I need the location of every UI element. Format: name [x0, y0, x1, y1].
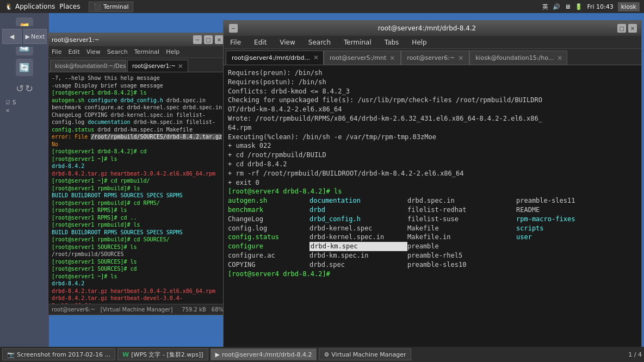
inner-line-23: /root/rpmbuild/SOURCES — [52, 251, 224, 258]
inner-line-1: -?, --help Show this help message — [52, 74, 224, 82]
inner-title: root@server1:~ — [52, 36, 100, 43]
inner-line-18: [root@server1 RPMS]# cd .. — [52, 214, 224, 222]
applications-menu[interactable]: Applications — [15, 3, 55, 10]
inner-line-8: config.status drbd drbd-km.spec.in Makef… — [52, 126, 224, 134]
mt-line-9: + cd drbd-8.4.2 — [228, 160, 637, 169]
main-menu-view[interactable]: View — [277, 38, 297, 47]
inner-line-28: drbd-8.4.2.tar.gz heartbeat-3.0.4-2.el6.… — [52, 288, 224, 295]
main-menu-file[interactable]: File — [228, 38, 243, 47]
mt-line-6: Executing(%clean): /bin/sh -e /var/tmp/r… — [228, 133, 637, 142]
taskbar-item-wps[interactable]: W [WPS 文字 - [集群2.wps]] — [117, 348, 208, 360]
inner-menu-file[interactable]: File — [52, 48, 61, 55]
places-menu[interactable]: Places — [59, 3, 80, 10]
terminal-shortcut[interactable]: ⬛ Terminal — [89, 2, 133, 12]
inner-line-17: [root@server1 RPMS]# ls — [52, 207, 224, 214]
inner-menubar: File Edit View Search Terminal Help — [48, 46, 227, 58]
taskbar: 📷 Screenshot from 2017-02-16 ... W [WPS … — [0, 347, 644, 362]
main-menu-terminal[interactable]: Terminal — [342, 38, 374, 47]
inner-tab-2[interactable]: root@server1:~ ✕ — [127, 60, 188, 72]
close-panel-icon[interactable]: ✕ — [5, 108, 10, 114]
volume-icon[interactable]: 🔊 — [553, 3, 560, 10]
battery-icon: 🔋 — [575, 3, 583, 10]
inner-status-percent: 68% — [212, 307, 224, 313]
panel-icon-3[interactable]: 🔄 — [16, 59, 33, 76]
inner-line-27: drbd-8.4.2 — [52, 280, 224, 288]
system-bar: 🐧 Applications Places ⬛ Terminal 英 🔊 🖥 🔋… — [0, 0, 644, 13]
main-terminal-window: ─ root@server4:/mnt/drbd-8.4.2 □ ✕ File … — [223, 20, 642, 357]
taskbar-item-screenshot[interactable]: 📷 Screenshot from 2017-02-16 ... — [2, 348, 115, 360]
inner-close-button[interactable]: ✕ — [215, 35, 224, 44]
main-tab-1[interactable]: root@server4:/mnt/drbd... ✕ — [226, 51, 324, 65]
main-terminal-title: root@server4:/mnt/drbd-8.4.2 — [238, 24, 616, 32]
main-menu-help[interactable]: Help — [410, 38, 429, 47]
inner-line-13: [root@server1 ~]# cd rpmbuild/ — [52, 177, 224, 185]
forward-arrow-icon: ▶ — [25, 33, 29, 40]
main-tab-1-close[interactable]: ✕ — [313, 54, 319, 61]
left-panel-bottom: ☑ S ✕ ata — [0, 96, 49, 362]
inner-menu-view[interactable]: View — [86, 48, 101, 55]
taskbar-item-vmm[interactable]: ⚙ Virtual Machine Manager — [319, 348, 411, 360]
main-tab-4-close[interactable]: ✕ — [557, 54, 562, 62]
inner-menu-terminal[interactable]: Terminal — [134, 48, 160, 55]
wps-icon: W — [122, 351, 129, 358]
main-close-button[interactable]: ✕ — [628, 24, 637, 33]
main-tab-4[interactable]: kiosk@foundation15:/ho... ✕ — [469, 51, 567, 65]
inner-status-vm: [Virtual Machine Manager] — [101, 307, 173, 313]
main-tabs-bar: root@server4:/mnt/drbd... ✕ root@server5… — [224, 49, 641, 65]
back-button[interactable]: ◀ — [2, 29, 22, 44]
main-tab-3-close[interactable]: ✕ — [458, 54, 463, 62]
vmm-icon: ⚙ — [324, 351, 329, 358]
mt-ls-row4: config.log drbd-kernel.spec Makefile scr… — [228, 224, 637, 233]
network-icon[interactable]: 🖥 — [565, 3, 571, 10]
taskbar-item-terminal[interactable]: ▶ root@server4:/mnt/drbd-8.4.2 — [210, 348, 317, 360]
mt-line-3: Conflicts: drbd-kmod <= 8.4.2_3 — [228, 87, 637, 96]
kiosk-label: kiosk — [618, 2, 640, 11]
inner-line-22: [root@server1 SOURCES]# ls — [52, 244, 224, 251]
mt-line-10: + rm -rf /root/rpmbuild/BUILDROOT/drbd-k… — [228, 169, 637, 178]
main-tab-3[interactable]: root@server6:~ ✕ — [401, 51, 469, 65]
terminal-taskbar-icon: ▶ — [215, 351, 220, 358]
inner-minimize-button[interactable]: ─ — [193, 35, 202, 44]
main-tab-2-close[interactable]: ✕ — [389, 54, 395, 62]
inner-line-7: config.log documentation drbd-km.spec.in… — [52, 118, 224, 126]
mt-ls-row6: configure drbd-km.spec preamble — [228, 242, 637, 251]
main-menu-search[interactable]: Search — [306, 38, 333, 47]
system-bar-left: 🐧 Applications Places ⬛ Terminal — [4, 2, 133, 12]
main-window-controls-left: ─ — [228, 24, 238, 33]
rotate-left-icon[interactable]: ↺ — [16, 83, 24, 94]
inner-maximize-button[interactable]: □ — [204, 35, 213, 44]
inner-terminal-window: root@server1:~ ─ □ ✕ File Edit View Sear… — [48, 33, 227, 315]
main-menu-edit[interactable]: Edit — [252, 38, 269, 47]
datetime-display: Fri 10:43 — [587, 3, 613, 10]
main-window-controls-right: □ ✕ — [616, 24, 637, 33]
left-icons: 📁 🔄 🔄 — [0, 13, 49, 80]
rotate-right-icon[interactable]: ↻ — [25, 83, 33, 94]
next-button[interactable]: ▶ Next — [23, 29, 47, 44]
back-arrow-icon: ◀ — [10, 33, 14, 40]
inner-line-24: [root@server1 SOURCES]# ls — [52, 258, 224, 266]
mt-line-1: Requires(preun): /bin/sh — [228, 68, 637, 78]
inner-menu-help[interactable]: Help — [166, 48, 179, 55]
inner-tab-1[interactable]: kiosk@foundation0:~/Des... ✕ — [50, 60, 126, 72]
main-maximize-button[interactable]: □ — [617, 24, 626, 33]
main-terminal-menubar: File Edit View Search Terminal Tabs Help — [224, 36, 641, 49]
inner-status-size: 759.2 kB — [182, 307, 206, 313]
inner-menu-search[interactable]: Search — [107, 48, 128, 55]
terminal-icon: ⬛ — [94, 3, 101, 10]
inner-menu-edit[interactable]: Edit — [68, 48, 79, 55]
inner-status-server6: root@server6:~ — [52, 307, 95, 313]
main-minimize-button[interactable]: ─ — [229, 24, 238, 33]
mt-final-prompt: [root@server4 drbd-8.4.2]# — [228, 270, 637, 279]
inner-line-20: BUILD BUILDROOT RPMS SOURCES SPECS SRPMS — [52, 229, 224, 236]
inner-line-10: [root@server1 ~]# ls — [52, 155, 224, 163]
main-menu-tabs[interactable]: Tabs — [382, 38, 401, 47]
main-tab-2[interactable]: root@server5:/mnt ✕ — [324, 51, 401, 65]
mt-ls-row5: config.status drbd-kernel.spec.in Makefi… — [228, 233, 637, 242]
inner-line-26: [root@server1 ~]# ls — [52, 273, 224, 280]
inner-line-21: [root@server1 rpmbuild]# cd SOURCES/ — [52, 236, 224, 244]
left-checkbox-area: ☑ S ✕ — [0, 96, 49, 117]
inner-tab-2-close[interactable]: ✕ — [178, 63, 183, 70]
mt-line-prompt: [root@server4 drbd-8.4.2]# ls — [228, 187, 637, 196]
inner-line-25: [root@server1 SOURCES]# cd — [52, 265, 224, 273]
main-terminal-content: Requires(preun): /bin/sh Requires(postun… — [224, 65, 641, 357]
